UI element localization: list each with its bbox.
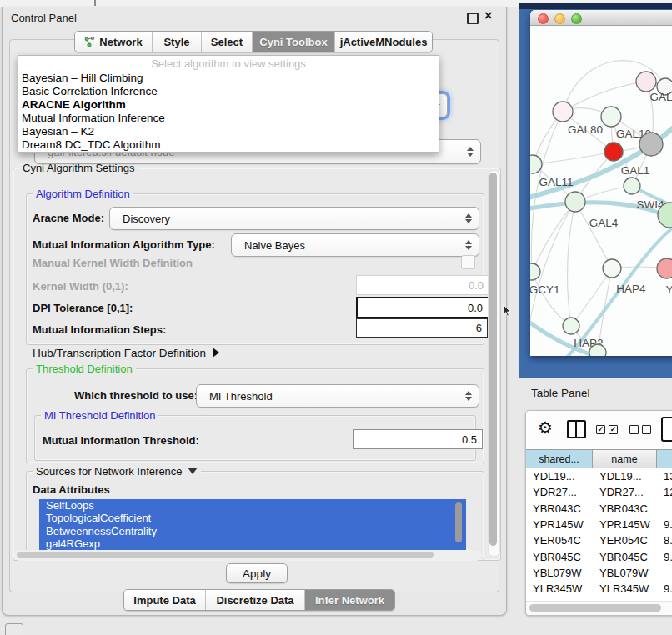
sources-group-title[interactable]: Sources for Network Inference — [33, 465, 201, 478]
network-edge[interactable] — [532, 272, 571, 326]
algorithm-option[interactable]: Mutual Information Inference — [18, 112, 439, 125]
node-gal4-label: GAL4 — [589, 217, 619, 229]
settings-horizontal-scrollbar[interactable] — [14, 550, 481, 561]
settings-vertical-scrollbar[interactable] — [488, 170, 500, 557]
table-cell: 8. — [657, 534, 672, 547]
tab-impute-data[interactable]: Impute Data — [124, 590, 206, 610]
manual-kernel-checkbox[interactable] — [461, 255, 475, 269]
dpi-tolerance-label: DPI Tolerance [0,1]: — [33, 302, 133, 314]
network-canvas[interactable]: GALGAL80GAL10GAL1GAL11SWI4GAL4GCY1HAP4YH… — [530, 26, 672, 356]
node-unnamed-bottom[interactable] — [589, 344, 606, 356]
table-cell: 12 — [657, 486, 672, 498]
apply-button[interactable]: Apply — [226, 563, 288, 583]
table-row[interactable]: YDL19...YDL19...13 — [526, 468, 672, 484]
mi-threshold-group-title: MI Threshold Definition — [41, 409, 158, 422]
hub-section-toggle[interactable]: Hub/Transcription Factor Definition — [33, 347, 219, 359]
network-edge[interactable] — [575, 202, 612, 268]
control-panel-window: Control Panel × Network Style Selec — [2, 7, 507, 616]
vscrollbar-thumb[interactable] — [489, 172, 497, 546]
mi-threshold-field[interactable]: 0.5 — [353, 429, 483, 449]
table-cell: YLR345W — [593, 582, 657, 595]
hscrollbar-thumb[interactable] — [17, 552, 434, 558]
which-threshold-combobox[interactable]: MI Threshold — [196, 384, 479, 408]
float-panel-icon[interactable] — [467, 12, 479, 24]
tab-discretize-data[interactable]: Discretize Data — [206, 590, 305, 610]
table-horizontal-scrollbar[interactable] — [526, 601, 672, 615]
gear-icon[interactable]: ⚙ — [538, 418, 553, 438]
table-row[interactable]: YER054CYER054C8. — [526, 532, 672, 548]
new-column-icon[interactable] — [661, 417, 672, 442]
tab-network[interactable]: Network — [75, 32, 153, 52]
node-y-partial[interactable] — [657, 258, 672, 278]
tab-style[interactable]: Style — [153, 32, 202, 52]
table-cell: YDL19... — [526, 470, 593, 482]
table-cell: YBL079W — [593, 567, 657, 579]
list-scrollbar-thumb[interactable] — [455, 502, 462, 542]
attribute-item[interactable]: gal4RGexp — [39, 538, 466, 550]
column-header-partial[interactable] — [657, 450, 672, 468]
table-cell: YLR345W — [526, 582, 593, 595]
algorithm-option[interactable]: Dream8 DC_TDC Algorithm — [18, 138, 439, 152]
column-header-name[interactable]: name — [593, 450, 657, 468]
algorithm-option[interactable]: Bayesian – Hill Climbing — [18, 72, 439, 85]
node-hap4-label: HAP4 — [616, 282, 646, 295]
network-window-titlebar[interactable] — [530, 10, 672, 26]
mi-type-combobox[interactable]: Naive Bayes — [231, 233, 479, 257]
tab-cyni-toolbox[interactable]: Cyni Toolbox — [253, 32, 335, 52]
data-attributes-list[interactable]: SelfLoopsTopologicalCoefficientBetweenne… — [39, 499, 466, 550]
algorithm-option[interactable]: ARACNE Algorithm — [18, 98, 439, 112]
table-row[interactable]: YLR345WYLR345W9. — [526, 581, 672, 597]
close-window-icon[interactable] — [538, 13, 549, 24]
column-header-shared[interactable]: shared... — [526, 450, 593, 468]
node-gcy1[interactable] — [530, 263, 540, 280]
kernel-width-field[interactable]: 0.0 — [356, 275, 489, 295]
zoom-window-icon[interactable] — [571, 13, 582, 24]
mi-type-label: Mutual Information Algorithm Type: — [33, 238, 215, 251]
table-row[interactable]: YBL079WYBL079W — [526, 565, 672, 581]
minimized-panel-stub[interactable] — [5, 623, 23, 635]
node-gray[interactable] — [639, 132, 663, 156]
attribute-item[interactable]: BetweennessCentrality — [39, 525, 466, 538]
node-gal10[interactable] — [601, 107, 621, 127]
data-attributes-label: Data Attributes — [33, 483, 110, 496]
algorithm-option[interactable]: Bayesian – K2 — [18, 125, 439, 138]
aracne-mode-combobox[interactable]: Discovery — [109, 207, 479, 230]
table-cell: YER054C — [593, 534, 657, 547]
table-toolbar: ⚙ ✓✓ — [526, 411, 672, 449]
table-panel: ⚙ ✓✓ shared... name YDL19...YDL19...13YD… — [525, 410, 672, 616]
deselect-all-columns-icon[interactable] — [629, 425, 651, 434]
attribute-item[interactable]: TopologicalCoefficient — [39, 512, 466, 524]
node-swi4[interactable] — [624, 178, 640, 194]
columns-icon[interactable] — [567, 420, 586, 438]
node-gal80[interactable] — [553, 102, 573, 122]
network-edge[interactable] — [571, 268, 612, 326]
tab-jactivemnodules[interactable]: jActiveMNodules — [335, 32, 432, 52]
select-all-columns-icon[interactable]: ✓✓ — [596, 425, 618, 434]
network-edge[interactable] — [568, 202, 575, 326]
minimize-window-icon[interactable] — [554, 13, 565, 24]
stepper-arrows-icon — [464, 240, 472, 250]
node-gal4[interactable] — [565, 192, 585, 212]
tab-infer-network[interactable]: Infer Network — [305, 590, 394, 610]
mi-steps-field[interactable]: 6 — [356, 318, 488, 338]
table-header-row: shared... name — [526, 449, 672, 469]
node-gal11-label: GAL11 — [539, 176, 573, 188]
table-row[interactable]: YDR27...YDR27...12 — [526, 484, 672, 500]
algorithm-list: Bayesian – Hill ClimbingBasic Correlatio… — [18, 72, 439, 152]
table-hscrollbar-thumb[interactable] — [529, 604, 661, 612]
node-gal1[interactable] — [604, 142, 623, 161]
table-row[interactable]: YBR043CYBR043C — [526, 501, 672, 517]
table-row[interactable]: YBR045CYBR045C9. — [526, 548, 672, 564]
node-hap2[interactable] — [563, 318, 579, 334]
bottom-tab-bar: Impute Data Discretize Data Infer Networ… — [123, 589, 395, 611]
algorithm-option[interactable]: Basic Correlation Inference — [18, 85, 439, 98]
node-gal-partial[interactable] — [636, 72, 656, 92]
node-hap4[interactable] — [603, 259, 621, 278]
expanded-arrow-icon — [188, 468, 198, 474]
dpi-tolerance-field[interactable]: 0.0 — [356, 297, 489, 318]
close-panel-icon[interactable]: × — [484, 8, 492, 23]
table-row[interactable]: YPR145WYPR145W9. — [526, 517, 672, 532]
network-window: GALGAL80GAL10GAL1GAL11SWI4GAL4GCY1HAP4YH… — [530, 10, 672, 356]
attribute-item[interactable]: SelfLoops — [39, 499, 466, 512]
tab-select[interactable]: Select — [202, 32, 253, 52]
